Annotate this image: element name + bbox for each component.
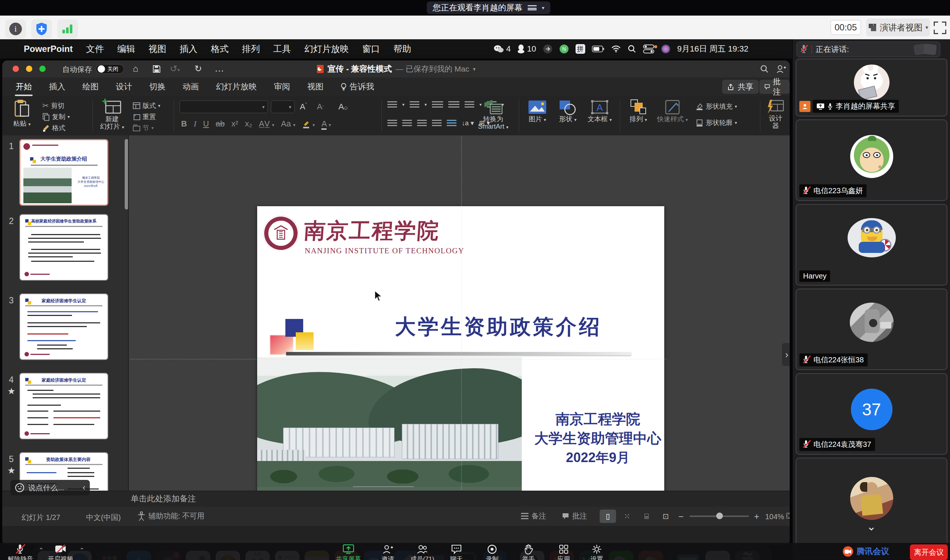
- zoom-percentage[interactable]: 104%: [765, 512, 784, 521]
- zoom-slider[interactable]: [689, 515, 749, 517]
- tab-slideshow[interactable]: 幻灯片放映: [215, 78, 258, 95]
- menu-tools[interactable]: 工具: [273, 43, 291, 55]
- start-video-button[interactable]: 开启视频: [44, 544, 77, 560]
- align-left-icon[interactable]: [387, 120, 397, 126]
- picture-button[interactable]: 图片 ▾: [523, 99, 551, 123]
- slide-title[interactable]: 大学生资助政策介绍: [350, 313, 647, 341]
- shrink-font-button[interactable]: Aˇ: [317, 102, 324, 112]
- section-button[interactable]: 节▾: [133, 123, 154, 132]
- menu-insert[interactable]: 插入: [180, 43, 197, 55]
- highlight-button[interactable]: ▾: [302, 119, 315, 129]
- zoom-window-button[interactable]: [39, 66, 46, 72]
- align-center-icon[interactable]: [402, 120, 412, 126]
- leave-meeting-button[interactable]: 离开会议: [910, 545, 948, 560]
- meeting-info-button[interactable]: i: [5, 19, 26, 38]
- control-center-icon[interactable]: [643, 45, 654, 54]
- fullscreen-button[interactable]: [934, 22, 946, 34]
- mic-options-chevron[interactable]: ⌃: [39, 547, 43, 554]
- menu-view[interactable]: 视图: [148, 43, 166, 55]
- notes-toggle-button[interactable]: 备注: [521, 511, 546, 521]
- char-spacing-button[interactable]: A̲V̲ ▾: [259, 119, 274, 129]
- slideshow-button[interactable]: ⊡: [658, 509, 674, 523]
- sidebar-scroll-down-chevron[interactable]: ⌄: [867, 520, 876, 533]
- strikethrough-button[interactable]: ab: [216, 119, 225, 129]
- smartart-button[interactable]: 转换为SmartArt ▾: [473, 99, 514, 131]
- menu-window[interactable]: 窗口: [362, 43, 380, 55]
- home-icon[interactable]: ⌂: [133, 63, 139, 74]
- language-indicator[interactable]: 中文(中国): [86, 512, 120, 523]
- textbox-button[interactable]: A 文本框 ▾: [584, 99, 615, 123]
- close-window-button[interactable]: [12, 66, 19, 72]
- menu-format[interactable]: 格式: [211, 43, 228, 55]
- italic-button[interactable]: I: [194, 119, 196, 129]
- font-name-combo[interactable]: ▾: [180, 100, 268, 113]
- minimize-window-button[interactable]: [26, 66, 32, 72]
- share-button[interactable]: 共享: [722, 80, 759, 94]
- unmute-button[interactable]: 解除静音: [4, 544, 37, 560]
- justify-icon[interactable]: [432, 120, 442, 126]
- menu-file[interactable]: 文件: [86, 43, 104, 55]
- tab-tell-me[interactable]: 告诉我: [340, 78, 375, 95]
- grow-font-button[interactable]: Aˆ: [300, 102, 307, 112]
- reset-button[interactable]: 重置: [133, 112, 156, 121]
- increase-indent-icon[interactable]: [448, 101, 460, 108]
- shape-fill-button[interactable]: 形状填充▾: [696, 102, 737, 111]
- menu-slideshow[interactable]: 幻灯片放映: [304, 43, 349, 55]
- change-case-button[interactable]: Aa ▾: [281, 119, 295, 129]
- participant-tile-4[interactable]: 37 电信224袁茂骞37: [796, 373, 947, 455]
- vertical-guide[interactable]: [461, 137, 462, 489]
- menu-app-name[interactable]: PowerPoint: [24, 44, 73, 54]
- titlebar-search-icon[interactable]: [760, 65, 769, 74]
- designer-button[interactable]: 设计器: [764, 99, 788, 129]
- emoji-icon[interactable]: [15, 483, 25, 492]
- comments-toggle-button[interactable]: 批注: [562, 511, 587, 521]
- slide-editor[interactable]: 南京工程学院 NANJING INSTITUTE OF TECHNOLOGY 大…: [257, 206, 664, 513]
- record-button[interactable]: 录制: [475, 544, 509, 560]
- menubar-datetime[interactable]: 9月16日 周五 19:32: [677, 43, 748, 54]
- watching-banner[interactable]: 您正在观看李肖越的屏幕 ▾: [427, 2, 551, 14]
- more-toolbar-icon[interactable]: …: [214, 63, 225, 74]
- chat-button[interactable]: 聊天: [440, 544, 473, 560]
- tab-draw[interactable]: 绘图: [82, 78, 99, 95]
- panel-collapse-chevron[interactable]: ›: [782, 343, 790, 366]
- video-options-chevron[interactable]: ⌃: [79, 547, 84, 554]
- font-color-button[interactable]: A ▾: [321, 119, 331, 129]
- bold-button[interactable]: B: [181, 119, 187, 129]
- invite-button[interactable]: 邀请: [371, 544, 404, 560]
- apps-button[interactable]: 应用: [547, 544, 580, 560]
- menu-help[interactable]: 帮助: [393, 43, 411, 55]
- undo-icon[interactable]: ↺▾: [170, 63, 180, 74]
- numbering-icon[interactable]: [410, 101, 419, 108]
- save-icon[interactable]: [152, 65, 161, 74]
- settings-button[interactable]: 设置: [580, 544, 614, 560]
- members-button[interactable]: 成员(71): [406, 544, 439, 560]
- comments-button[interactable]: 批注: [759, 80, 790, 94]
- notes-area[interactable]: 单击此处添加备注: [2, 491, 790, 506]
- redo-icon[interactable]: ↻: [194, 63, 202, 74]
- participant-tile-1[interactable]: 电信223乌鑫妍: [796, 119, 947, 201]
- zoom-out-button[interactable]: −: [679, 511, 683, 522]
- clear-formatting-button[interactable]: A◇: [338, 102, 348, 112]
- qq-status[interactable]: 10: [517, 44, 536, 54]
- tab-animations[interactable]: 动画: [182, 78, 200, 95]
- copy-button[interactable]: 复制▾: [42, 112, 70, 121]
- wechat-status[interactable]: 4: [494, 44, 510, 54]
- arrange-button[interactable]: 排列 ▾: [624, 99, 652, 123]
- cut-button[interactable]: ✂剪切: [42, 101, 65, 110]
- zoom-slider-knob[interactable]: [716, 512, 723, 519]
- participant-tile-2[interactable]: Harvey: [796, 204, 947, 286]
- tab-design[interactable]: 设计: [115, 78, 133, 95]
- distribute-icon[interactable]: [447, 120, 456, 126]
- tab-home[interactable]: 开始: [15, 78, 32, 95]
- normal-view-button[interactable]: ▯: [600, 509, 616, 523]
- chat-quick-input[interactable]: 说点什么... ‹: [11, 480, 90, 495]
- autosave-toggle[interactable]: 关闭: [96, 64, 124, 74]
- new-slide-button[interactable]: 新建幻灯片 ▾: [96, 98, 128, 131]
- reading-view-button[interactable]: ⌸: [638, 509, 655, 523]
- horizontal-guide[interactable]: [130, 359, 666, 359]
- font-size-combo[interactable]: ▾: [271, 100, 295, 113]
- fit-to-window-icon[interactable]: ⛋: [786, 511, 790, 521]
- search-icon[interactable]: [628, 45, 637, 54]
- n-app-icon[interactable]: N: [559, 44, 569, 54]
- superscript-button[interactable]: x²: [231, 119, 238, 129]
